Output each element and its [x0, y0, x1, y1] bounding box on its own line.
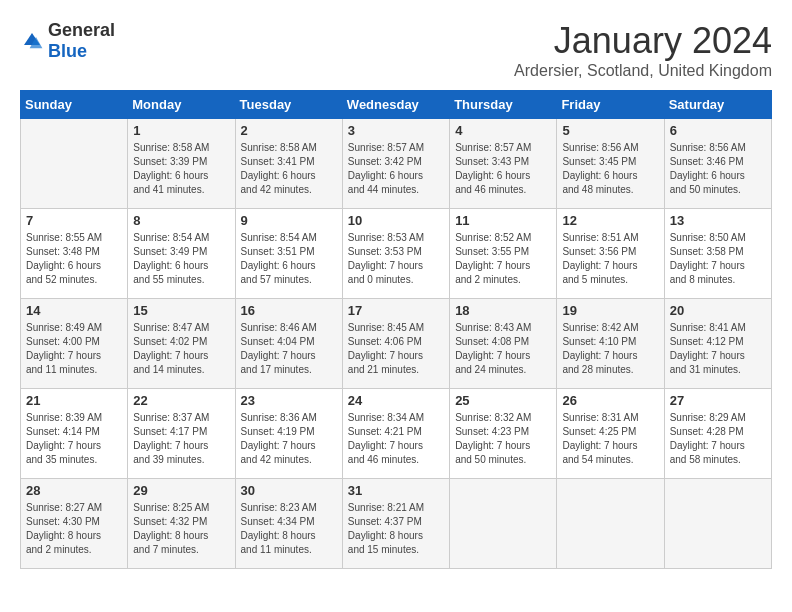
day-content: Sunrise: 8:55 AM Sunset: 3:48 PM Dayligh…	[26, 231, 122, 287]
day-number: 19	[562, 303, 658, 318]
calendar-week-1: 1Sunrise: 8:58 AM Sunset: 3:39 PM Daylig…	[21, 119, 772, 209]
logo-general-text: General	[48, 20, 115, 40]
day-content: Sunrise: 8:52 AM Sunset: 3:55 PM Dayligh…	[455, 231, 551, 287]
day-number: 29	[133, 483, 229, 498]
day-number: 10	[348, 213, 444, 228]
day-number: 14	[26, 303, 122, 318]
day-number: 11	[455, 213, 551, 228]
day-content: Sunrise: 8:41 AM Sunset: 4:12 PM Dayligh…	[670, 321, 766, 377]
calendar-cell: 8Sunrise: 8:54 AM Sunset: 3:49 PM Daylig…	[128, 209, 235, 299]
calendar-cell: 26Sunrise: 8:31 AM Sunset: 4:25 PM Dayli…	[557, 389, 664, 479]
day-number: 25	[455, 393, 551, 408]
day-number: 3	[348, 123, 444, 138]
calendar-cell: 27Sunrise: 8:29 AM Sunset: 4:28 PM Dayli…	[664, 389, 771, 479]
day-number: 16	[241, 303, 337, 318]
calendar-cell: 24Sunrise: 8:34 AM Sunset: 4:21 PM Dayli…	[342, 389, 449, 479]
calendar-cell	[450, 479, 557, 569]
location-title: Ardersier, Scotland, United Kingdom	[514, 62, 772, 80]
day-content: Sunrise: 8:34 AM Sunset: 4:21 PM Dayligh…	[348, 411, 444, 467]
month-title: January 2024	[514, 20, 772, 62]
day-content: Sunrise: 8:51 AM Sunset: 3:56 PM Dayligh…	[562, 231, 658, 287]
day-content: Sunrise: 8:57 AM Sunset: 3:42 PM Dayligh…	[348, 141, 444, 197]
day-number: 13	[670, 213, 766, 228]
day-number: 15	[133, 303, 229, 318]
day-number: 6	[670, 123, 766, 138]
calendar-cell: 23Sunrise: 8:36 AM Sunset: 4:19 PM Dayli…	[235, 389, 342, 479]
logo: General Blue	[20, 20, 115, 62]
calendar-cell: 3Sunrise: 8:57 AM Sunset: 3:42 PM Daylig…	[342, 119, 449, 209]
day-number: 5	[562, 123, 658, 138]
day-content: Sunrise: 8:47 AM Sunset: 4:02 PM Dayligh…	[133, 321, 229, 377]
col-friday: Friday	[557, 91, 664, 119]
day-number: 22	[133, 393, 229, 408]
calendar-cell: 12Sunrise: 8:51 AM Sunset: 3:56 PM Dayli…	[557, 209, 664, 299]
calendar-cell: 18Sunrise: 8:43 AM Sunset: 4:08 PM Dayli…	[450, 299, 557, 389]
calendar-cell: 13Sunrise: 8:50 AM Sunset: 3:58 PM Dayli…	[664, 209, 771, 299]
calendar-week-4: 21Sunrise: 8:39 AM Sunset: 4:14 PM Dayli…	[21, 389, 772, 479]
calendar-week-2: 7Sunrise: 8:55 AM Sunset: 3:48 PM Daylig…	[21, 209, 772, 299]
day-content: Sunrise: 8:56 AM Sunset: 3:45 PM Dayligh…	[562, 141, 658, 197]
calendar-cell: 16Sunrise: 8:46 AM Sunset: 4:04 PM Dayli…	[235, 299, 342, 389]
calendar-cell: 5Sunrise: 8:56 AM Sunset: 3:45 PM Daylig…	[557, 119, 664, 209]
calendar-cell: 6Sunrise: 8:56 AM Sunset: 3:46 PM Daylig…	[664, 119, 771, 209]
day-content: Sunrise: 8:25 AM Sunset: 4:32 PM Dayligh…	[133, 501, 229, 557]
day-number: 17	[348, 303, 444, 318]
day-number: 2	[241, 123, 337, 138]
calendar-cell: 11Sunrise: 8:52 AM Sunset: 3:55 PM Dayli…	[450, 209, 557, 299]
day-content: Sunrise: 8:46 AM Sunset: 4:04 PM Dayligh…	[241, 321, 337, 377]
col-sunday: Sunday	[21, 91, 128, 119]
day-content: Sunrise: 8:39 AM Sunset: 4:14 PM Dayligh…	[26, 411, 122, 467]
day-content: Sunrise: 8:21 AM Sunset: 4:37 PM Dayligh…	[348, 501, 444, 557]
day-content: Sunrise: 8:23 AM Sunset: 4:34 PM Dayligh…	[241, 501, 337, 557]
col-saturday: Saturday	[664, 91, 771, 119]
calendar-cell: 17Sunrise: 8:45 AM Sunset: 4:06 PM Dayli…	[342, 299, 449, 389]
calendar-cell: 30Sunrise: 8:23 AM Sunset: 4:34 PM Dayli…	[235, 479, 342, 569]
calendar-cell: 9Sunrise: 8:54 AM Sunset: 3:51 PM Daylig…	[235, 209, 342, 299]
calendar-cell: 10Sunrise: 8:53 AM Sunset: 3:53 PM Dayli…	[342, 209, 449, 299]
day-number: 8	[133, 213, 229, 228]
day-number: 24	[348, 393, 444, 408]
col-thursday: Thursday	[450, 91, 557, 119]
calendar-header: Sunday Monday Tuesday Wednesday Thursday…	[21, 91, 772, 119]
day-content: Sunrise: 8:32 AM Sunset: 4:23 PM Dayligh…	[455, 411, 551, 467]
calendar-cell: 25Sunrise: 8:32 AM Sunset: 4:23 PM Dayli…	[450, 389, 557, 479]
calendar-body: 1Sunrise: 8:58 AM Sunset: 3:39 PM Daylig…	[21, 119, 772, 569]
day-number: 9	[241, 213, 337, 228]
col-wednesday: Wednesday	[342, 91, 449, 119]
logo-icon	[20, 29, 44, 53]
calendar-cell: 29Sunrise: 8:25 AM Sunset: 4:32 PM Dayli…	[128, 479, 235, 569]
calendar-cell: 4Sunrise: 8:57 AM Sunset: 3:43 PM Daylig…	[450, 119, 557, 209]
day-number: 4	[455, 123, 551, 138]
day-number: 21	[26, 393, 122, 408]
day-number: 1	[133, 123, 229, 138]
day-content: Sunrise: 8:54 AM Sunset: 3:49 PM Dayligh…	[133, 231, 229, 287]
logo-blue-text: Blue	[48, 41, 87, 61]
calendar-cell	[557, 479, 664, 569]
calendar-week-3: 14Sunrise: 8:49 AM Sunset: 4:00 PM Dayli…	[21, 299, 772, 389]
day-number: 12	[562, 213, 658, 228]
day-content: Sunrise: 8:58 AM Sunset: 3:39 PM Dayligh…	[133, 141, 229, 197]
title-section: January 2024 Ardersier, Scotland, United…	[514, 20, 772, 80]
day-content: Sunrise: 8:31 AM Sunset: 4:25 PM Dayligh…	[562, 411, 658, 467]
day-content: Sunrise: 8:37 AM Sunset: 4:17 PM Dayligh…	[133, 411, 229, 467]
calendar-cell: 19Sunrise: 8:42 AM Sunset: 4:10 PM Dayli…	[557, 299, 664, 389]
day-content: Sunrise: 8:43 AM Sunset: 4:08 PM Dayligh…	[455, 321, 551, 377]
calendar-cell	[664, 479, 771, 569]
col-tuesday: Tuesday	[235, 91, 342, 119]
day-content: Sunrise: 8:53 AM Sunset: 3:53 PM Dayligh…	[348, 231, 444, 287]
day-number: 28	[26, 483, 122, 498]
calendar-cell: 2Sunrise: 8:58 AM Sunset: 3:41 PM Daylig…	[235, 119, 342, 209]
calendar-cell: 14Sunrise: 8:49 AM Sunset: 4:00 PM Dayli…	[21, 299, 128, 389]
day-content: Sunrise: 8:49 AM Sunset: 4:00 PM Dayligh…	[26, 321, 122, 377]
day-content: Sunrise: 8:54 AM Sunset: 3:51 PM Dayligh…	[241, 231, 337, 287]
day-number: 27	[670, 393, 766, 408]
day-number: 18	[455, 303, 551, 318]
day-content: Sunrise: 8:58 AM Sunset: 3:41 PM Dayligh…	[241, 141, 337, 197]
day-number: 20	[670, 303, 766, 318]
day-number: 23	[241, 393, 337, 408]
day-number: 7	[26, 213, 122, 228]
calendar-week-5: 28Sunrise: 8:27 AM Sunset: 4:30 PM Dayli…	[21, 479, 772, 569]
day-content: Sunrise: 8:42 AM Sunset: 4:10 PM Dayligh…	[562, 321, 658, 377]
calendar-cell: 28Sunrise: 8:27 AM Sunset: 4:30 PM Dayli…	[21, 479, 128, 569]
day-content: Sunrise: 8:27 AM Sunset: 4:30 PM Dayligh…	[26, 501, 122, 557]
